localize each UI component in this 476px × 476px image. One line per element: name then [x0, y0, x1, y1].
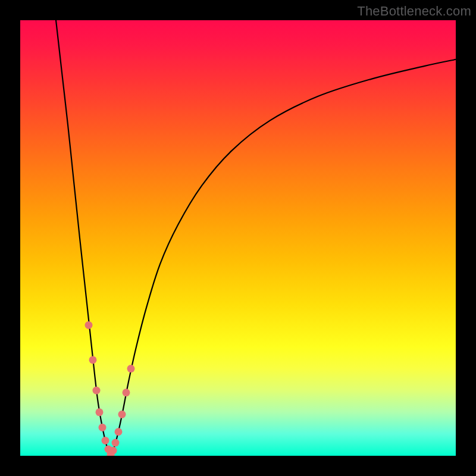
- marker-point: [99, 424, 107, 431]
- curve-right-branch: [111, 60, 456, 456]
- marker-point: [127, 365, 135, 372]
- marker-point: [102, 437, 109, 444]
- marker-point: [85, 321, 93, 329]
- marker-point: [123, 389, 130, 396]
- source-watermark: TheBottleneck.com: [357, 4, 471, 19]
- marker-point: [93, 387, 101, 394]
- curve-left-branch: [56, 20, 111, 456]
- marker-point: [115, 428, 123, 436]
- marker-point: [112, 439, 120, 447]
- marker-point: [118, 411, 126, 418]
- marker-point: [109, 447, 117, 455]
- plot-area: [20, 20, 456, 456]
- curve-layer: [20, 20, 456, 456]
- marker-point: [96, 408, 104, 416]
- chart-frame: TheBottleneck.com: [0, 0, 476, 476]
- marker-point: [89, 356, 97, 364]
